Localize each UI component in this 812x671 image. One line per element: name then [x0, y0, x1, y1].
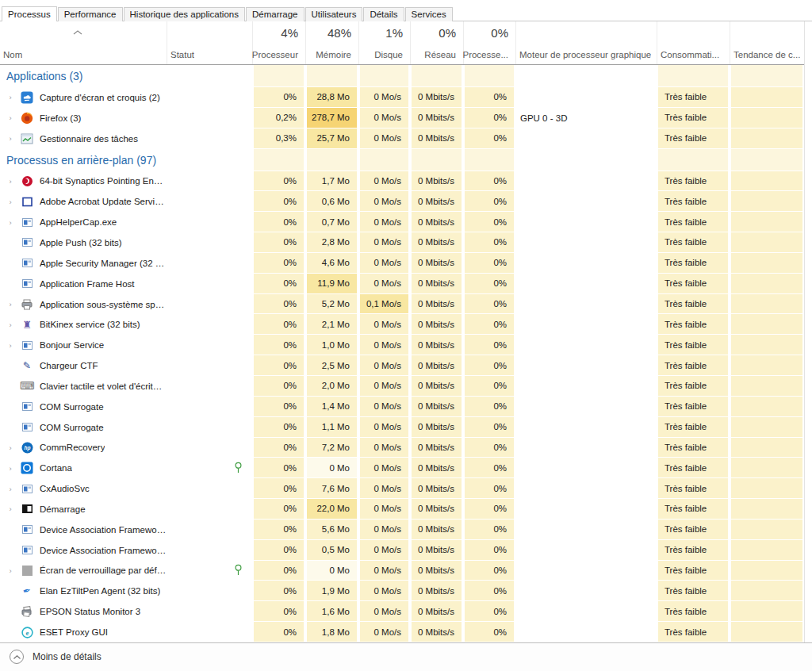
- tab-services[interactable]: Services: [405, 7, 453, 21]
- tab-performance[interactable]: Performance: [58, 7, 123, 21]
- power-trend-cell: [730, 232, 804, 253]
- expand-chevron-icon[interactable]: ›: [0, 566, 21, 575]
- gpu-engine-cell: [515, 581, 657, 601]
- process-row[interactable]: ›Cortana0%0 Mo0 Mo/s0 Mbits/s0%Très faib…: [0, 458, 804, 478]
- status-cell: [167, 417, 252, 438]
- memory-cell: 7,2 Mo: [305, 438, 358, 458]
- column-header-memory[interactable]: 48% Mémoire: [305, 21, 358, 64]
- process-row[interactable]: ›Démarrage0%22,0 Mo0 Mo/s0 Mbits/s0%Très…: [0, 499, 804, 520]
- process-row[interactable]: COM Surrogate0%1,4 Mo0 Mo/s0 Mbits/s0%Tr…: [0, 397, 804, 417]
- process-row[interactable]: ›Firefox (3)0,2%278,7 Mo0 Mo/s0 Mbits/s0…: [0, 108, 804, 128]
- expand-chevron-icon[interactable]: ›: [0, 218, 21, 227]
- tab-d-tails[interactable]: Détails: [363, 7, 404, 21]
- gpu-engine-cell: [515, 87, 657, 108]
- power-trend-cell: [730, 601, 804, 622]
- expand-chevron-icon[interactable]: ›: [0, 504, 21, 513]
- disk-cell: 0 Mo/s: [358, 581, 410, 601]
- power-cell: Très faible: [657, 232, 730, 253]
- tab-utilisateurs[interactable]: Utilisateurs: [305, 7, 363, 21]
- less-details-button[interactable]: Moins de détails: [10, 650, 102, 664]
- process-row[interactable]: Device Association Framework ...0%0,5 Mo…: [0, 540, 804, 561]
- power-trend-cell: [730, 561, 804, 581]
- gpu-cell: 0%: [463, 355, 515, 376]
- power-cell: Très faible: [657, 274, 730, 294]
- process-row[interactable]: eESET Proxy GUI0%1,8 Mo0 Mo/s0 Mbits/s0%…: [0, 622, 804, 642]
- process-row[interactable]: ›AppHelperCap.exe0%0,7 Mo0 Mo/s0 Mbits/s…: [0, 212, 804, 232]
- expand-chevron-icon[interactable]: ›: [0, 300, 21, 309]
- process-row[interactable]: ›CxAudioSvc0%7,6 Mo0 Mo/s0 Mbits/s0%Très…: [0, 478, 804, 499]
- column-header-network[interactable]: 0% Réseau: [410, 21, 463, 64]
- process-row[interactable]: COM Surrogate0%1,1 Mo0 Mo/s0 Mbits/s0%Tr…: [0, 417, 804, 438]
- process-row[interactable]: Application Frame Host0%11,9 Mo0 Mo/s0 M…: [0, 274, 804, 294]
- status-cell: [167, 191, 252, 212]
- expand-chevron-icon[interactable]: ›: [0, 113, 21, 122]
- expand-chevron-icon[interactable]: ›: [0, 177, 21, 186]
- process-name: Capture d'écran et croquis (2): [40, 93, 160, 102]
- process-row[interactable]: ›64-bit Synaptics Pointing Enhan...0%1,7…: [0, 171, 804, 192]
- process-row[interactable]: EPSON Status Monitor 30%1,6 Mo0 Mo/s0 Mb…: [0, 601, 804, 622]
- gpu-cell: 0%: [463, 581, 515, 601]
- expand-chevron-icon[interactable]: ›: [0, 320, 21, 329]
- memory-cell: 5,2 Mo: [305, 294, 358, 315]
- process-row[interactable]: ›hpCommRecovery0%7,2 Mo0 Mo/s0 Mbits/s0%…: [0, 438, 804, 458]
- pen-icon: ✎: [21, 359, 33, 372]
- chevron-up-circle-icon: [10, 650, 24, 664]
- group-row[interactable]: Applications (3): [0, 65, 804, 87]
- tab-d-marrage[interactable]: Démarrage: [246, 7, 304, 21]
- scrollbar-track[interactable]: [804, 21, 812, 642]
- power-cell: Très faible: [657, 171, 730, 192]
- expand-chevron-icon[interactable]: ›: [0, 134, 21, 143]
- process-row[interactable]: ›Capture d'écran et croquis (2)0%28,8 Mo…: [0, 87, 804, 108]
- adobe-icon: [21, 195, 33, 208]
- power-trend-cell: [730, 65, 804, 87]
- column-header-status[interactable]: Statut: [167, 21, 252, 64]
- gpu-engine-cell: [515, 438, 657, 458]
- column-header-power[interactable]: Consommati...: [657, 21, 730, 64]
- gpu-cell: 0%: [463, 601, 515, 622]
- process-row[interactable]: ✒Elan EzTiltPen Agent (32 bits)0%1,9 Mo0…: [0, 581, 804, 601]
- expand-chevron-icon[interactable]: ›: [0, 197, 21, 206]
- group-row[interactable]: Processus en arrière-plan (97): [0, 149, 804, 171]
- process-table: Applications (3)›Capture d'écran et croq…: [0, 65, 804, 642]
- tab-processus[interactable]: Processus: [2, 6, 57, 21]
- gpu-engine-cell: [515, 417, 657, 438]
- column-header-gpu-engine[interactable]: Moteur de processeur graphique: [515, 21, 657, 64]
- column-header-disk[interactable]: 1% Disque: [358, 21, 410, 64]
- gpu-cell: 0%: [463, 212, 515, 232]
- expand-chevron-icon[interactable]: ›: [0, 485, 21, 493]
- power-cell: Très faible: [657, 417, 730, 438]
- process-row[interactable]: ✎Chargeur CTF0%2,5 Mo0 Mo/s0 Mbits/s0%Tr…: [0, 355, 804, 376]
- expand-chevron-icon[interactable]: ›: [0, 443, 21, 452]
- process-row[interactable]: Apple Push (32 bits)0%2,8 Mo0 Mo/s0 Mbit…: [0, 232, 804, 253]
- power-cell: Très faible: [657, 128, 730, 149]
- name-cell: ›Bonjour Service: [0, 335, 167, 355]
- castle-icon: ♜: [21, 318, 33, 331]
- name-cell: COM Surrogate: [0, 397, 167, 417]
- network-cell: 0 Mbits/s: [410, 171, 463, 192]
- power-cell: Très faible: [657, 253, 730, 274]
- process-row[interactable]: ›Bonjour Service0%1,0 Mo0 Mo/s0 Mbits/s0…: [0, 335, 804, 355]
- expand-chevron-icon[interactable]: ›: [0, 341, 21, 350]
- tab-historique-des-applications[interactable]: Historique des applications: [124, 7, 245, 21]
- column-header-name[interactable]: Nom: [0, 21, 167, 64]
- process-row[interactable]: Apple Security Manager (32 bits)0%4,6 Mo…: [0, 253, 804, 274]
- process-row[interactable]: ›Adobe Acrobat Update Service (...0%0,6 …: [0, 191, 804, 212]
- column-header-gpu[interactable]: 0% Processe...: [463, 21, 515, 64]
- expand-chevron-icon[interactable]: ›: [0, 464, 21, 473]
- name-cell: Device Association Framework ...: [0, 540, 167, 561]
- process-row[interactable]: Device Association Framework ...0%5,6 Mo…: [0, 520, 804, 540]
- process-row[interactable]: ›Écran de verrouillage par défaut...0%0 …: [0, 561, 804, 581]
- process-row[interactable]: ›Gestionnaire des tâches0,3%25,7 Mo0 Mo/…: [0, 128, 804, 149]
- gpu-cell: 0%: [463, 376, 515, 397]
- process-row[interactable]: ⌨Clavier tactile et volet d'écriture ...…: [0, 376, 804, 397]
- status-cell: [167, 601, 252, 622]
- expand-chevron-icon[interactable]: ›: [0, 93, 21, 102]
- process-row[interactable]: ›Application sous-système spoul...0%5,2 …: [0, 294, 804, 315]
- disk-cell: 0 Mo/s: [358, 561, 410, 581]
- name-cell: eESET Proxy GUI: [0, 622, 167, 642]
- cpu-cell: 0%: [252, 601, 305, 622]
- process-name: COM Surrogate: [40, 423, 104, 432]
- column-header-cpu[interactable]: 4% Processeur: [252, 21, 305, 64]
- column-header-power-trend[interactable]: Tendance de c...: [730, 21, 804, 64]
- process-row[interactable]: ›♜BitKinex service (32 bits)0%2,1 Mo0 Mo…: [0, 314, 804, 335]
